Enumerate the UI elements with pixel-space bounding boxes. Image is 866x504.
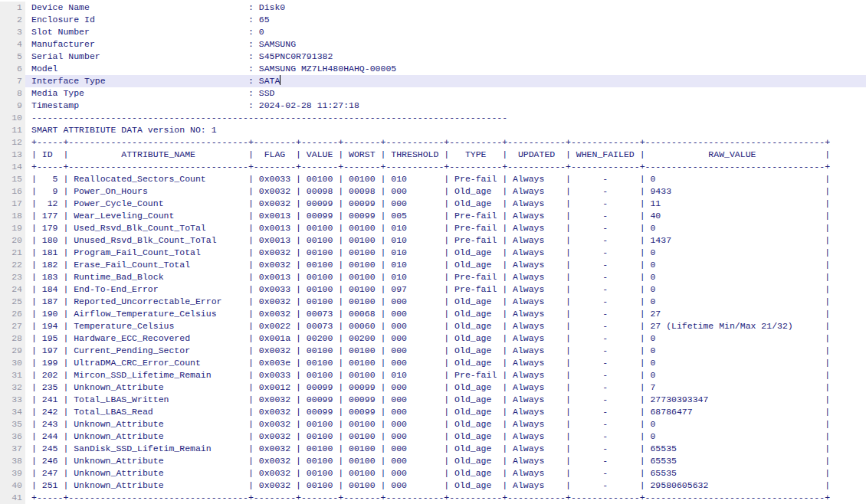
line-text: | 182 | Erase_Fail_Count_Total | 0x0032 … [31,260,830,270]
line-content[interactable]: +-----+---------------------------------… [25,492,866,504]
line-content[interactable]: | 9 | Power_On_Hours | 0x0032 | 00098 | … [25,185,866,198]
editor-line: 29| 197 | Current_Pending_Sector | 0x003… [0,345,866,357]
line-content[interactable]: | 182 | Erase_Fail_Count_Total | 0x0032 … [25,259,866,271]
line-number: 24 [0,283,25,296]
editor-line: 27| 194 | Temperature_Celsius | 0x0022 |… [0,320,866,332]
line-number: 35 [0,418,25,430]
line-number: 26 [0,308,25,320]
line-content[interactable]: | 246 | Unknown_Attribute | 0x0032 | 001… [25,455,866,467]
line-text: | 197 | Current_Pending_Sector | 0x0032 … [31,345,830,355]
line-text: Model : SAMSUNG MZ7LH480HAHQ-00005 [31,64,396,74]
line-content[interactable]: | 177 | Wear_Leveling_Count | 0x0013 | 0… [25,210,866,222]
line-text: +-----+---------------------------------… [31,137,830,147]
line-content[interactable]: Media Type : SSD [25,87,866,100]
editor-line: 6Model : SAMSUNG MZ7LH480HAHQ-00005 [0,63,866,75]
line-content[interactable]: Model : SAMSUNG MZ7LH480HAHQ-00005 [25,63,866,75]
editor-line: 20| 180 | Unused_Rsvd_Blk_Count_ToTal | … [0,234,866,247]
line-content[interactable]: | 179 | Used_Rsvd_Blk_Count_ToTal | 0x00… [25,222,866,234]
line-number: 28 [0,332,25,345]
line-content[interactable]: | 244 | Unknown_Attribute | 0x0032 | 001… [25,430,866,443]
editor-line: 2Enclosure Id : 65 [0,14,866,26]
editor-line: 32| 235 | Unknown_Attribute | 0x0012 | 0… [0,381,866,394]
line-content[interactable]: | 184 | End-To-End_Error | 0x0033 | 0010… [25,283,866,296]
line-content[interactable]: | 245 | SanDisk_SSD_Lifetim_Remain | 0x0… [25,443,866,455]
line-text: Serial Number : S45PNC0R791382 [31,51,333,61]
editor-line: 24| 184 | End-To-End_Error | 0x0033 | 00… [0,283,866,296]
line-content[interactable]: Slot Number : 0 [25,26,866,38]
editor-line: 31| 202 | Mircon_SSD_Lifetime_Remain | 0… [0,369,866,381]
line-content[interactable]: ----------------------------------------… [25,112,866,124]
editor-line: 39| 247 | Unknown_Attribute | 0x0032 | 0… [0,467,866,479]
line-content[interactable]: Device Name : Disk0 [25,2,866,14]
line-content[interactable]: | ID | ATTRIBUTE_NAME | FLAG | VALUE | W… [25,149,866,161]
line-content[interactable]: SMART ATTRIBIUTE DATA version NO: 1 [25,124,866,136]
line-content[interactable]: | 242 | Total_LBAS_Read | 0x0032 | 00099… [25,406,866,418]
line-content[interactable]: | 243 | Unknown_Attribute | 0x0032 | 001… [25,418,866,430]
line-text: | 184 | End-To-End_Error | 0x0033 | 0010… [31,284,830,294]
line-content[interactable]: | 180 | Unused_Rsvd_Blk_Count_ToTal | 0x… [25,234,866,247]
line-content[interactable]: | 195 | Hardware_ECC_Recovered | 0x001a … [25,332,866,345]
line-text: Device Name : Disk0 [31,2,285,12]
current-line-highlight[interactable]: Interface Type : SATA [25,75,866,87]
line-content[interactable]: | 197 | Current_Pending_Sector | 0x0032 … [25,345,866,357]
line-number: 32 [0,381,25,394]
line-content[interactable]: | 181 | Program_Fail_Count_Total | 0x003… [25,247,866,259]
line-content[interactable]: | 247 | Unknown_Attribute | 0x0032 | 001… [25,467,866,479]
line-number: 25 [0,296,25,308]
line-content[interactable]: Serial Number : S45PNC0R791382 [25,51,866,63]
line-content[interactable]: | 194 | Temperature_Celsius | 0x0022 | 0… [25,320,866,332]
line-text: Timestamp : 2024-02-28 11:27:18 [31,100,359,110]
line-text: | 251 | Unknown_Attribute | 0x0032 | 001… [31,480,830,490]
line-text: ----------------------------------------… [31,113,507,123]
editor-line: 8Media Type : SSD [0,87,866,100]
line-content[interactable]: | 202 | Mircon_SSD_Lifetime_Remain | 0x0… [25,369,866,381]
line-number: 40 [0,479,25,492]
line-number: 16 [0,185,25,198]
line-number: 29 [0,345,25,357]
line-text: +-----+---------------------------------… [31,162,830,172]
line-text: +-----+---------------------------------… [31,493,830,502]
line-number: 3 [0,26,25,38]
line-number: 14 [0,161,25,173]
line-number: 9 [0,100,25,112]
editor-line: 38| 246 | Unknown_Attribute | 0x0032 | 0… [0,455,866,467]
line-content[interactable]: | 241 | Total_LBAS_Written | 0x0032 | 00… [25,394,866,406]
line-number: 34 [0,406,25,418]
line-content[interactable]: | 190 | Airflow_Temperature_Celsius | 0x… [25,308,866,320]
line-text: | 190 | Airflow_Temperature_Celsius | 0x… [31,309,830,319]
line-text: | 180 | Unused_Rsvd_Blk_Count_ToTal | 0x… [31,235,830,245]
line-content[interactable]: +-----+---------------------------------… [25,136,866,149]
line-content[interactable]: +-----+---------------------------------… [25,161,866,173]
line-content[interactable]: | 5 | Reallocated_Sectors_Count | 0x0033… [25,173,866,185]
editor-line: 40| 251 | Unknown_Attribute | 0x0032 | 0… [0,479,866,492]
line-content[interactable]: | 12 | Power_Cycle_Count | 0x0032 | 0009… [25,198,866,210]
editor-lines: 1Device Name : Disk02Enclosure Id : 653S… [0,2,866,504]
line-number: 30 [0,357,25,369]
line-number: 38 [0,455,25,467]
line-content[interactable]: | 199 | UltraDMA_CRC_Error_Count | 0x003… [25,357,866,369]
line-content[interactable]: | 187 | Reported_Uncorrectable_Error | 0… [25,296,866,308]
line-text: | 247 | Unknown_Attribute | 0x0032 | 001… [31,468,830,478]
line-text: Slot Number : 0 [31,27,264,37]
line-text: Media Type : SSD [31,88,274,98]
line-content[interactable]: Timestamp : 2024-02-28 11:27:18 [25,100,866,112]
line-text: Manufacturer : SAMSUNG [31,39,296,49]
line-content[interactable]: | 251 | Unknown_Attribute | 0x0032 | 001… [25,479,866,492]
line-content[interactable]: Manufacturer : SAMSUNG [25,38,866,51]
line-text: | 235 | Unknown_Attribute | 0x0012 | 000… [31,382,830,392]
editor-line: 7Interface Type : SATA [0,75,866,87]
line-number: 8 [0,87,25,100]
line-text: | ID | ATTRIBUTE_NAME | FLAG | VALUE | W… [31,149,830,159]
editor-line: 23| 183 | Runtime_Bad_Block | 0x0013 | 0… [0,271,866,283]
line-text: | 5 | Reallocated_Sectors_Count | 0x0033… [31,174,830,184]
editor-line: 30| 199 | UltraDMA_CRC_Error_Count | 0x0… [0,357,866,369]
editor-line: 22| 182 | Erase_Fail_Count_Total | 0x003… [0,259,866,271]
line-content[interactable]: Enclosure Id : 65 [25,14,866,26]
line-content[interactable]: | 183 | Runtime_Bad_Block | 0x0013 | 001… [25,271,866,283]
line-number: 31 [0,369,25,381]
line-text: | 12 | Power_Cycle_Count | 0x0032 | 0009… [31,198,830,208]
line-text: SMART ATTRIBIUTE DATA version NO: 1 [31,125,217,135]
line-content[interactable]: | 235 | Unknown_Attribute | 0x0012 | 000… [25,381,866,394]
line-number: 15 [0,173,25,185]
line-text: | 243 | Unknown_Attribute | 0x0032 | 001… [31,419,830,429]
